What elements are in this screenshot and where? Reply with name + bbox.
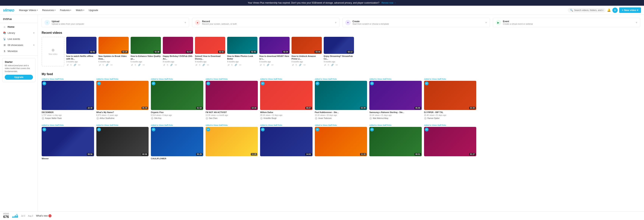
video-card[interactable]: 01:57 Happy Birthday! DVDFab 20th An... … [163,37,193,66]
feed-card[interactable]: Added to Vimeo Staff Picks SP 11:29 [206,124,258,160]
nav-features[interactable]: Features ▾ [58,8,73,13]
feed-card[interactable]: Added to Vimeo Staff Picks SP 00:58 [96,124,149,160]
video-meta: 6 months ago [130,61,161,63]
search-bar[interactable]: 🔍 [568,8,606,13]
more-button[interactable]: ••• [206,64,210,66]
nav-watch[interactable]: Watch ▾ [74,8,86,13]
create-card[interactable]: ✦ Create Start from scratch or choose a … [342,18,490,27]
copy-button[interactable]: ⎘ [102,64,104,66]
copy-button[interactable]: ⎘ [70,64,72,66]
link-button[interactable]: 🔗 [298,64,302,66]
more-button[interactable]: ••• [303,64,306,66]
video-card[interactable]: 02:29 New Updates to Break Video Dow... … [98,37,129,66]
feed-card[interactable]: Added to Vimeo Staff Picks SP 11:33 [315,124,367,160]
sidebar-item-live-events[interactable]: 📡 Live events [0,36,38,42]
feed-card[interactable]: Added to Vimeo Staff Picks SP 05:39 What… [96,78,149,120]
share-button[interactable]: ⇄ [163,64,166,66]
feed-card[interactable]: Added to Vimeo Staff Picks SP 00:51 [369,124,422,160]
feed-card[interactable]: Added to Vimeo Staff Picks SP 22:30 DECE… [42,78,94,120]
feed-card[interactable]: Added to Vimeo Staff Picks SP 05:07 Will… [260,78,312,120]
banner-cta[interactable]: Renew now → [382,2,396,4]
notification-icon[interactable]: 🔔 [607,8,611,12]
video-card[interactable]: 02:42 How to Make Photos Look Better 9 m… [227,37,258,66]
video-meta: 9 months ago [227,61,258,63]
link-button[interactable]: 🔗 [105,64,109,66]
more-button[interactable]: ••• [78,64,81,66]
link-button[interactable]: 🔗 [266,64,270,66]
more-button[interactable]: ••• [142,64,146,66]
link-button[interactable]: 🔗 [73,64,77,66]
share-button[interactable]: ⇄ [66,64,69,66]
feed-card[interactable]: Added to Vimeo Staff Picks SP 03:30 DJ P… [424,78,476,120]
video-card[interactable]: 02:92 how to watch Netflix offline with … [66,37,96,66]
more-button[interactable]: ••• [335,64,338,66]
staff-picks-badge: SP [261,128,265,132]
thumbnail [151,127,203,156]
feed-card[interactable]: Added to Vimeo Staff Picks SP 10:18 I'M … [206,78,258,120]
link-button[interactable]: 🔗 [170,64,174,66]
share-button[interactable]: ⇄ [324,64,326,66]
video-card[interactable]: 03:44 How to Unblock Amazon Prime Li... … [292,37,322,66]
new-video-card[interactable]: ⊕ New video [42,37,64,66]
video-thumb: 02:42 [195,37,225,54]
video-card[interactable]: 02:38 How to Enhance Video Quality an...… [130,37,161,66]
more-button[interactable]: ••• [110,64,113,66]
upgrade-button[interactable]: Upgrade [5,75,33,80]
copy-button[interactable]: ⎘ [327,64,330,66]
more-button[interactable]: ••• [238,64,242,66]
feed-badge: Added to Vimeo Staff Picks [369,78,422,80]
copy-button[interactable]: ⎘ [166,64,169,66]
whats-new-button[interactable]: What's new 1 [36,214,52,216]
share-button[interactable]: ⇄ [130,64,134,66]
share-button[interactable]: ⇄ [195,64,198,66]
link-button[interactable]: 🔗 [330,64,334,66]
recent-videos-section: Recent videos ⊕ New video 02:92 how to w… [42,31,640,68]
copy-button[interactable]: ⎘ [295,64,298,66]
sidebar-item-library[interactable]: 📚 Library + [0,30,38,36]
upload-card[interactable]: ↑ Upload Upload a video from your comput… [42,18,189,27]
starter-title: Starter [5,60,33,63]
avatar[interactable]: D [612,8,618,13]
share-button[interactable]: ⇄ [259,64,262,66]
nav-manage-videos[interactable]: Manage Videos ▾ [17,8,40,13]
search-input[interactable] [574,9,603,12]
share-button[interactable]: ⇄ [292,64,294,66]
link-button[interactable]: 🔗 [202,64,206,66]
record-card[interactable]: ● Record Record your screen, webcam, or … [192,18,340,27]
feed-card[interactable]: Added to Vimeo Staff Picks SP 01:58 Orga… [151,78,203,120]
more-button[interactable]: ••• [174,64,178,66]
feed-card[interactable]: Added to Vimeo Staff Picks SP 03:39 Paul… [315,78,367,120]
video-meta: 6 months ago [98,61,129,63]
feed-card-meta: 15.4K views • 21 days ago [424,114,476,116]
library-add-button[interactable]: + [33,31,35,34]
more-button[interactable]: ••• [271,64,274,66]
author-name: Raman Djafari [428,117,440,119]
video-card[interactable]: 02:34 How to download M3U8? Here is t...… [259,37,290,66]
copy-button[interactable]: ⎘ [263,64,266,66]
link-button[interactable]: 🔗 [234,64,238,66]
copy-button[interactable]: ⎘ [231,64,233,66]
feed-card[interactable]: Added to Vimeo Staff Picks SP 01:27 [424,124,476,160]
feed-card-author: Jovan Todorovic [315,117,367,120]
event-card[interactable]: ▶ Event Create a virtual event or webina… [493,18,640,27]
feed-card[interactable]: Added to Vimeo Staff Picks SP 14:02 [260,124,312,160]
showcases-add-button[interactable]: + [33,43,35,46]
sidebar-item-monetize[interactable]: $ Monetize [0,48,38,54]
share-button[interactable]: ⇄ [227,64,230,66]
share-button[interactable]: ⇄ [98,64,101,66]
sparkline-bar [14,216,15,216]
sidebar-item-home[interactable]: ⌂ Home [0,24,38,30]
copy-button[interactable]: ⎘ [134,64,137,66]
new-video-button[interactable]: + New video ▾ [619,8,641,13]
video-card[interactable]: 02:42 Solved! How to Download Disney... … [195,37,225,66]
feed-card[interactable]: Added to Vimeo Staff Picks SP 05:29 CAUL… [151,124,203,160]
feed-card[interactable]: Added to Vimeo Staff Picks SP 09:56 Winn… [42,124,94,160]
link-button[interactable]: 🔗 [138,64,141,66]
copy-button[interactable]: ⎘ [198,64,201,66]
video-card[interactable]: 03:13 Enjoy Streaming? StreamFab Co... 9… [324,37,354,66]
sidebar-item-showcases[interactable]: ⊞ 08 showcases + [0,42,38,48]
video-actions: ⇄ ⎘ 🔗 ••• [195,64,225,66]
feed-card[interactable]: Added to Vimeo Staff Picks SP 05:00 Sams… [369,78,422,120]
nav-upgrade[interactable]: Upgrade [87,8,100,13]
nav-resources[interactable]: Resources ▾ [40,8,57,13]
